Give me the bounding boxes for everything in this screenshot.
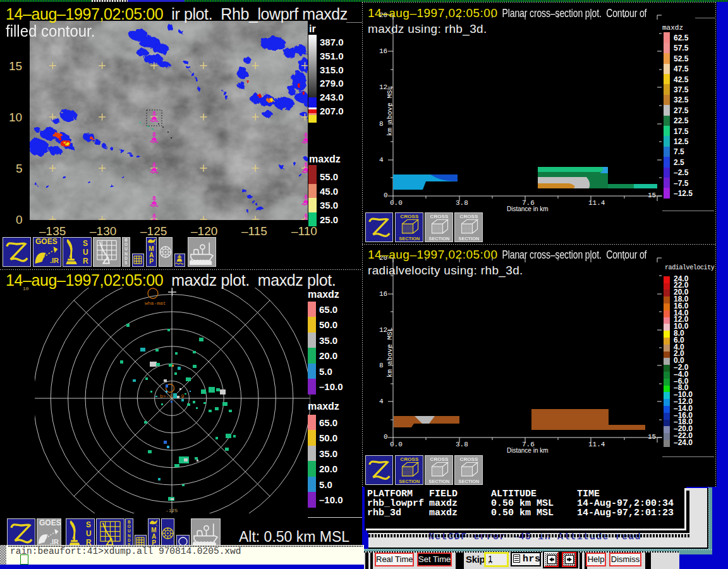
svg-text:wha-mat: wha-mat	[145, 300, 166, 306]
svg-text:-125: -125	[166, 508, 178, 513]
svg-text:b>-125-9: b>-125-9	[160, 393, 185, 399]
